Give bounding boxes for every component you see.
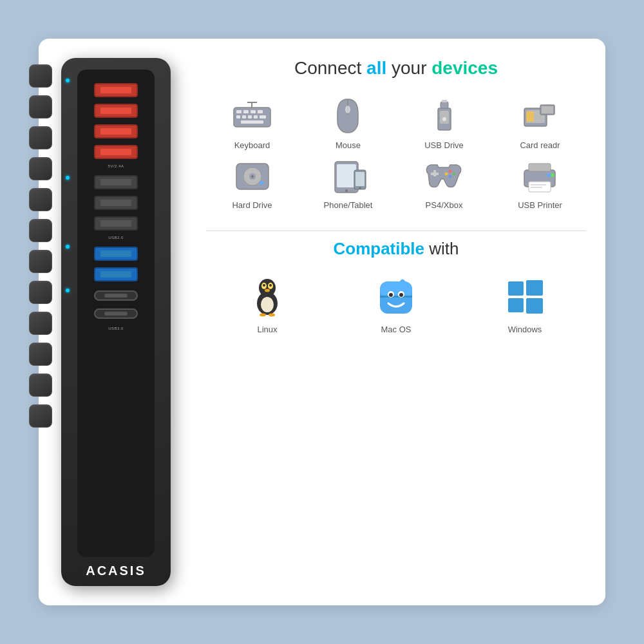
- device-item-printer: USB Printer: [494, 156, 586, 210]
- svg-rect-7: [248, 115, 252, 118]
- usb-port-red-1: [94, 83, 138, 97]
- svg-rect-9: [260, 115, 266, 118]
- svg-rect-69: [526, 280, 543, 296]
- compat-grid: Linux: [206, 274, 586, 334]
- hub-button-5[interactable]: [29, 188, 52, 211]
- svg-rect-4: [258, 110, 263, 113]
- gamepad-icon: [422, 156, 467, 195]
- usb-port-red-3: [94, 124, 138, 138]
- usb-port-blue-1: [94, 247, 138, 261]
- usb-port-red-4: [94, 145, 138, 159]
- device-item-card-reader: Card readr: [494, 97, 586, 150]
- device-item-phone-tablet: Phone/Tablet: [302, 156, 394, 210]
- svg-rect-70: [508, 298, 524, 312]
- svg-rect-68: [508, 281, 524, 296]
- connect-all-text: all: [366, 58, 386, 78]
- hard-drive-icon: [230, 156, 275, 195]
- svg-point-67: [399, 293, 403, 297]
- svg-point-28: [251, 175, 254, 178]
- usb-port-c-1: [94, 290, 138, 301]
- label-usb2: USB2.0: [108, 236, 124, 240]
- svg-rect-2: [243, 110, 249, 113]
- svg-point-35: [359, 187, 361, 189]
- phone-tablet-icon: [326, 156, 371, 195]
- svg-rect-6: [242, 115, 246, 118]
- phone-tablet-label: Phone/Tablet: [324, 200, 373, 210]
- compat-title: Compatible with: [206, 239, 586, 259]
- svg-point-38: [449, 170, 452, 173]
- hub-button-6[interactable]: [29, 219, 52, 242]
- svg-point-32: [345, 189, 348, 192]
- windows-label: Windows: [508, 325, 542, 334]
- svg-point-53: [263, 284, 265, 287]
- gamepad-label: PS4/Xbox: [426, 200, 463, 210]
- led-4: [66, 289, 70, 292]
- svg-rect-37: [431, 173, 439, 175]
- keyboard-icon: [230, 97, 275, 135]
- hub-button-3[interactable]: [29, 126, 52, 149]
- card-reader-icon: [518, 97, 563, 135]
- connect-devices-text: devices: [431, 58, 498, 78]
- hub-buttons: [29, 64, 52, 428]
- hub-button-10[interactable]: [29, 343, 52, 366]
- svg-point-55: [265, 289, 270, 292]
- linux-label: Linux: [257, 325, 277, 334]
- svg-rect-46: [531, 187, 542, 188]
- svg-point-14: [345, 106, 350, 113]
- svg-rect-3: [251, 110, 256, 113]
- svg-rect-10: [241, 120, 263, 124]
- svg-rect-34: [355, 172, 365, 186]
- printer-label: USB Printer: [518, 200, 562, 210]
- led-3: [66, 245, 70, 249]
- divider: [206, 231, 586, 231]
- label-usb3: USB3.0: [108, 327, 124, 330]
- hub-button-9[interactable]: [29, 312, 52, 335]
- svg-point-47: [547, 173, 551, 177]
- svg-rect-24: [542, 106, 553, 113]
- label-5v: 5V/2.4A: [108, 164, 124, 168]
- card-reader-label: Card readr: [520, 140, 560, 150]
- macos-label: Mac OS: [381, 325, 412, 334]
- hub-button-8[interactable]: [29, 281, 52, 304]
- svg-rect-63: [380, 296, 412, 298]
- usb-port-black-1: [94, 175, 138, 189]
- windows-icon: [502, 274, 547, 319]
- hub-button-11[interactable]: [29, 374, 52, 397]
- brand-label: ACASIS: [86, 564, 146, 578]
- svg-rect-1: [236, 110, 242, 113]
- svg-rect-45: [531, 184, 546, 185]
- hub-button-1[interactable]: [29, 64, 52, 88]
- svg-point-56: [261, 297, 274, 312]
- hub-button-7[interactable]: [29, 250, 52, 273]
- device-section: 5V/2.4A USB2.0: [52, 52, 180, 592]
- hard-drive-label: Hard Drive: [232, 200, 272, 210]
- svg-rect-43: [529, 164, 551, 171]
- info-section: Connect all your devices: [193, 52, 592, 592]
- keyboard-label: Keyboard: [234, 140, 270, 150]
- led-2: [66, 176, 70, 180]
- device-item-usb-drive: USB Drive: [398, 97, 490, 150]
- mouse-label: Mouse: [336, 140, 361, 150]
- svg-point-29: [260, 181, 263, 185]
- compat-item-macos: Mac OS: [335, 274, 457, 334]
- hub-button-2[interactable]: [29, 95, 52, 118]
- svg-rect-62: [380, 281, 412, 298]
- printer-icon: [518, 156, 563, 195]
- svg-point-66: [389, 293, 393, 297]
- hub-device: 5V/2.4A USB2.0: [61, 58, 171, 586]
- svg-point-48: [551, 173, 554, 177]
- compat-item-windows: Windows: [464, 274, 586, 334]
- hub-button-4[interactable]: [29, 157, 52, 180]
- svg-rect-8: [254, 115, 258, 118]
- usb-port-c-2: [94, 308, 138, 319]
- svg-point-41: [445, 173, 448, 176]
- svg-point-39: [453, 173, 456, 176]
- device-item-gamepad: PS4/Xbox: [398, 156, 490, 210]
- connect-title: Connect all your devices: [206, 58, 586, 79]
- device-item-mouse: Mouse: [302, 97, 394, 150]
- hub-button-12[interactable]: [29, 404, 52, 428]
- svg-rect-18: [442, 100, 447, 102]
- linux-icon: [245, 274, 290, 319]
- usb-drive-label: USB Drive: [424, 140, 464, 150]
- compat-with-text: with: [429, 239, 459, 258]
